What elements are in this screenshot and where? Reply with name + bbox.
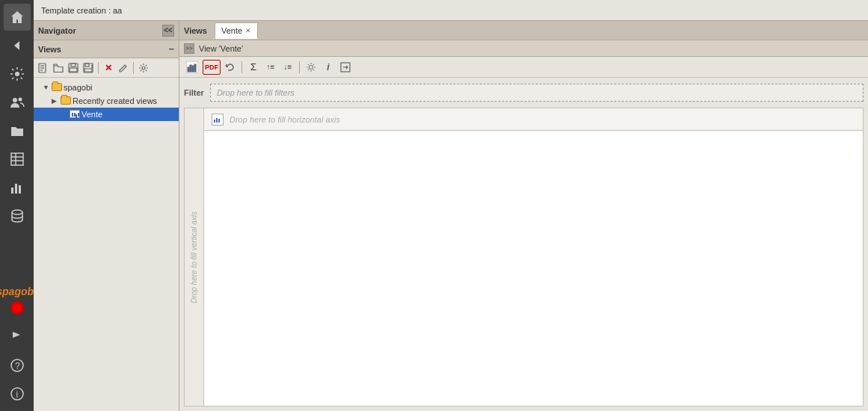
svg-rect-20 (71, 64, 76, 67)
view-collapse-button[interactable]: >> (184, 43, 194, 54)
sort-asc-button[interactable]: ↑≡ (263, 60, 278, 75)
help-icon[interactable]: ? (4, 352, 31, 379)
svg-rect-8 (15, 184, 17, 194)
svg-rect-3 (11, 153, 23, 165)
views-section-label: Views (38, 45, 61, 54)
views-tab-container: Views Vente ✕ (179, 21, 868, 40)
spagobi-folder-icon (52, 83, 64, 93)
pdf-button[interactable]: PDF (203, 60, 221, 75)
views-collapse-button[interactable]: − (168, 44, 174, 54)
view-toolbar: PDF Σ ↑≡ ↓≡ i (179, 57, 868, 78)
settings-nav-button[interactable] (137, 61, 150, 75)
back-icon[interactable] (4, 32, 31, 59)
vente-tab-close[interactable]: ✕ (245, 27, 251, 34)
flag-icon[interactable] (4, 324, 31, 350)
svg-point-10 (12, 210, 22, 214)
database-icon[interactable] (4, 203, 31, 229)
views-section-header: Views − (34, 40, 179, 58)
chart-type-button[interactable] (184, 60, 200, 75)
view-title: View 'Vente' (199, 44, 243, 53)
toolbar-separator-2 (133, 62, 134, 74)
svg-point-24 (142, 67, 145, 69)
export-button[interactable] (338, 60, 353, 75)
title-bar: Template creation : aa (34, 0, 868, 21)
svg-rect-9 (19, 185, 21, 194)
vente-tab[interactable]: Vente ✕ (215, 22, 258, 39)
toolbar-separator-1 (98, 62, 99, 74)
view-separator-2 (299, 61, 300, 73)
users-icon[interactable] (4, 89, 31, 116)
tree-item-vente[interactable]: ▶ Vente (34, 108, 179, 121)
vente-label: Vente (81, 110, 102, 119)
svg-rect-35 (216, 118, 218, 123)
tree-item-recently-created[interactable]: ▶ Recently created views (34, 94, 179, 108)
svg-point-1 (13, 98, 17, 102)
view-content: Filter Drop here to fill filters Drop he… (179, 78, 868, 411)
svg-rect-28 (192, 66, 194, 72)
chart-small-icon (212, 114, 224, 126)
open-button[interactable] (52, 61, 65, 75)
svg-point-30 (310, 65, 313, 69)
svg-rect-29 (194, 64, 196, 72)
view-header: >> View 'Vente' (179, 40, 868, 57)
tree-item-spagobi[interactable]: ▼ spagobi (34, 81, 179, 94)
tree-expand-spagobi[interactable]: ▼ (43, 84, 52, 91)
navigator-collapse-button[interactable]: << (162, 25, 174, 37)
filter-settings-button[interactable] (304, 60, 318, 75)
content-area: Navigator << Views − (34, 21, 868, 411)
chart-main: Drop here to fill horizontal axis (204, 108, 863, 406)
sum-button[interactable]: Σ (246, 60, 261, 75)
svg-rect-23 (85, 64, 89, 67)
tree-expand-recently[interactable]: ▶ (52, 97, 61, 105)
folder-open-icon[interactable] (4, 117, 31, 144)
svg-rect-27 (190, 65, 191, 72)
left-sidebar: spagob! ? i (0, 0, 34, 411)
chart-bar-icon[interactable] (4, 174, 31, 201)
sort-desc-button[interactable]: ↓≡ (280, 60, 295, 75)
home-icon[interactable] (4, 4, 31, 31)
navigator-tree: ▼ spagobi ▶ Recently created views (34, 78, 179, 411)
svg-rect-7 (11, 188, 13, 194)
save-button[interactable] (67, 61, 80, 75)
view-separator-1 (241, 61, 242, 73)
rename-button[interactable] (117, 61, 130, 75)
view-info-button[interactable]: i (321, 60, 336, 75)
grid-icon[interactable] (4, 146, 31, 173)
filter-row: Filter Drop here to fill filters (184, 82, 864, 103)
info-icon[interactable]: i (4, 380, 31, 407)
views-panel-label: Views (184, 26, 207, 35)
chart-body (204, 131, 863, 406)
chart-area: Drop here to fill vertical axis Drop her… (184, 108, 864, 407)
svg-rect-21 (70, 68, 77, 72)
nav-toolbar: ✕ (34, 58, 179, 78)
spago-logo: spagob! (0, 286, 37, 315)
tree-expand-vente: ▶ (61, 111, 70, 118)
save-as-button[interactable] (81, 61, 95, 75)
vertical-axis-placeholder: Drop here to fill vertical axis (190, 211, 198, 303)
filter-label: Filter (184, 88, 204, 97)
navigator-header: Navigator << (34, 21, 179, 40)
filter-placeholder: Drop here to fill filters (217, 88, 295, 97)
filter-drop-zone[interactable]: Drop here to fill filters (210, 84, 864, 102)
settings-icon[interactable] (4, 61, 31, 87)
undo-button[interactable] (223, 60, 238, 75)
navigator-panel: Navigator << Views − (34, 21, 179, 411)
recently-label: Recently created views (73, 96, 157, 105)
horizontal-axis-placeholder: Drop here to fill horizontal axis (230, 115, 340, 124)
vertical-axis-drop-zone[interactable]: Drop here to fill vertical axis (185, 108, 204, 406)
spagobi-label: spagobi (64, 83, 93, 92)
horizontal-axis-drop-zone[interactable]: Drop here to fill horizontal axis (204, 108, 863, 131)
svg-rect-26 (188, 67, 189, 72)
svg-rect-34 (214, 120, 215, 123)
svg-rect-36 (218, 119, 220, 123)
delete-button[interactable]: ✕ (102, 61, 115, 75)
title-label: Template creation : aa (41, 6, 122, 15)
svg-point-0 (15, 72, 19, 76)
spago-text: spagob! (0, 286, 37, 297)
svg-text:i: i (16, 389, 18, 400)
vente-view-icon (70, 110, 81, 120)
bottom-icons: ? i (4, 324, 31, 407)
svg-point-2 (18, 98, 22, 102)
new-view-button[interactable] (37, 61, 50, 75)
views-panel: Views Vente ✕ >> View 'Vente' PDF (179, 21, 868, 411)
